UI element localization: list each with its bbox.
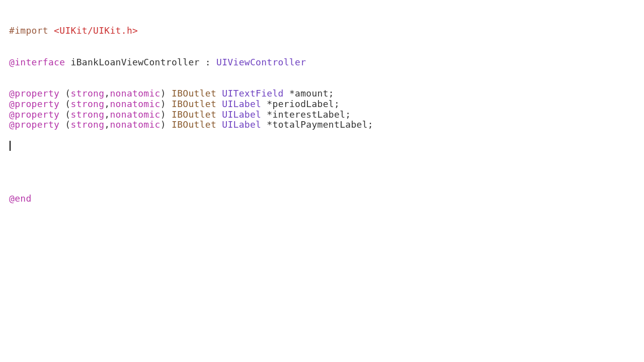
import-directive: #import xyxy=(9,25,48,36)
attr-strong: strong xyxy=(71,109,105,120)
end-line: @end xyxy=(9,194,644,204)
iboutlet: IBOutlet xyxy=(172,99,216,109)
interface-line: @interface iBankLoanViewController : UIV… xyxy=(9,57,644,68)
attr-strong: strong xyxy=(71,99,105,109)
attr-strong: strong xyxy=(71,88,105,99)
property-type: UILabel xyxy=(222,119,261,130)
property-name: *periodLabel; xyxy=(267,99,340,109)
property-type: UITextField xyxy=(222,88,284,99)
property-type: UILabel xyxy=(222,99,261,109)
property-type: UILabel xyxy=(222,109,261,120)
property-name: *amount; xyxy=(289,88,334,99)
property-line: @property (strong,nonatomic) IBOutlet UI… xyxy=(9,99,644,110)
text-cursor xyxy=(10,141,11,151)
property-line: @property (strong,nonatomic) IBOutlet UI… xyxy=(9,110,644,120)
iboutlet: IBOutlet xyxy=(172,88,216,99)
attr-nonatomic: nonatomic xyxy=(110,109,160,120)
code-editor[interactable]: #import <UIKit/UIKit.h> @interface iBank… xyxy=(9,15,644,204)
property-line: @property (strong,nonatomic) IBOutlet UI… xyxy=(9,120,644,130)
end-keyword: @end xyxy=(9,193,32,204)
property-keyword: @property xyxy=(9,119,59,130)
property-keyword: @property xyxy=(9,99,59,109)
property-name: *totalPaymentLabel; xyxy=(267,119,373,130)
cursor-line xyxy=(9,141,644,151)
property-line: @property (strong,nonatomic) IBOutlet UI… xyxy=(9,88,644,99)
class-name: iBankLoanViewController xyxy=(71,57,200,67)
attr-nonatomic: nonatomic xyxy=(110,88,160,99)
property-keyword: @property xyxy=(9,109,59,120)
import-path: <UIKit/UIKit.h> xyxy=(54,25,138,36)
interface-keyword: @interface xyxy=(9,57,65,67)
colon: : xyxy=(200,57,216,67)
iboutlet: IBOutlet xyxy=(172,109,216,120)
import-line: #import <UIKit/UIKit.h> xyxy=(9,26,644,36)
attr-strong: strong xyxy=(71,119,105,130)
attr-nonatomic: nonatomic xyxy=(110,99,160,109)
superclass: UIViewController xyxy=(216,57,306,67)
property-keyword: @property xyxy=(9,88,59,99)
attr-nonatomic: nonatomic xyxy=(110,119,160,130)
iboutlet: IBOutlet xyxy=(172,119,216,130)
property-name: *interestLabel; xyxy=(267,109,351,120)
